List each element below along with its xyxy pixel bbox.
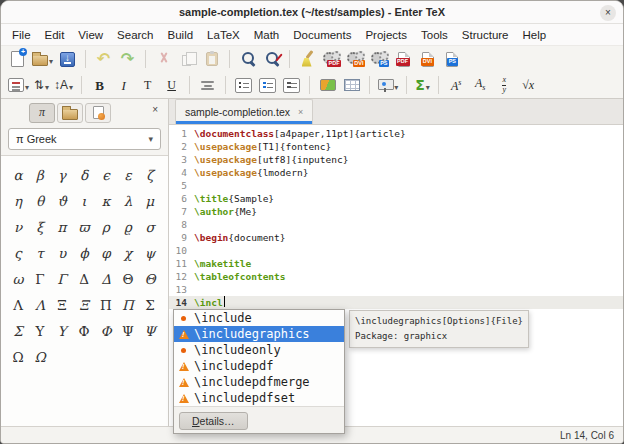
- symbol-cell[interactable]: ρ: [95, 214, 117, 240]
- symbol-cell[interactable]: Δ: [95, 266, 117, 292]
- math-sum-button[interactable]: Σ: [413, 74, 432, 96]
- side-panel-close-button[interactable]: ×: [152, 105, 158, 115]
- insert-image-button[interactable]: [316, 74, 339, 96]
- symbol-cell[interactable]: β: [29, 162, 51, 188]
- compile-dvi-button[interactable]: DVI: [344, 48, 367, 70]
- menu-item-edit[interactable]: Edit: [38, 26, 72, 44]
- symbol-cell[interactable]: γ: [51, 162, 73, 188]
- symbol-cell[interactable]: Υ: [51, 318, 73, 344]
- symbol-cell[interactable]: ν: [7, 214, 29, 240]
- editor-tab-sample-completion[interactable]: sample-completion.tex ×: [175, 99, 313, 124]
- save-button[interactable]: [56, 48, 79, 70]
- redo-button[interactable]: ↷: [116, 48, 139, 70]
- find-button[interactable]: [236, 48, 259, 70]
- superscript-button[interactable]: As: [445, 74, 468, 96]
- italic-button[interactable]: I: [112, 74, 135, 96]
- bold-button[interactable]: B: [88, 74, 111, 96]
- symbol-cell[interactable]: κ: [95, 188, 117, 214]
- symbol-cell[interactable]: ψ: [139, 240, 161, 266]
- enumerate-list-button[interactable]: [256, 74, 279, 96]
- symbol-cell[interactable]: Λ: [29, 292, 51, 318]
- menu-item-view[interactable]: View: [71, 26, 110, 44]
- view-dvi-button[interactable]: DVI: [416, 48, 439, 70]
- symbol-cell[interactable]: χ: [117, 240, 139, 266]
- symbol-cell[interactable]: λ: [117, 188, 139, 214]
- symbol-cell[interactable]: Λ: [7, 292, 29, 318]
- menu-item-search[interactable]: Search: [110, 26, 160, 44]
- symbol-cell[interactable]: Ψ: [139, 318, 161, 344]
- undo-button[interactable]: ↶: [92, 48, 115, 70]
- paragraph-style-button[interactable]: [6, 74, 31, 96]
- favorites-tab[interactable]: [85, 103, 111, 123]
- find-replace-button[interactable]: [260, 48, 283, 70]
- symbol-cell[interactable]: θ: [29, 188, 51, 214]
- completion-item[interactable]: \include: [174, 310, 344, 326]
- subscript-button[interactable]: As: [469, 74, 492, 96]
- window-close-button[interactable]: ×: [600, 5, 616, 21]
- structure-tab[interactable]: [57, 103, 83, 123]
- symbol-cell[interactable]: ϕ: [73, 240, 95, 266]
- symbol-cell[interactable]: μ: [139, 188, 161, 214]
- symbol-cell[interactable]: Π: [95, 292, 117, 318]
- symbol-cell[interactable]: ζ: [139, 162, 161, 188]
- completion-item[interactable]: \includeonly: [174, 342, 344, 358]
- compile-ps-button[interactable]: PS: [368, 48, 391, 70]
- menu-item-help[interactable]: Help: [516, 26, 554, 44]
- font-size-button[interactable]: ↕A: [52, 74, 75, 96]
- symbol-cell[interactable]: Ω: [29, 344, 51, 370]
- symbol-cell[interactable]: Ψ: [117, 318, 139, 344]
- symbol-cell[interactable]: Ω: [7, 344, 29, 370]
- symbol-cell[interactable]: ϵ: [95, 162, 117, 188]
- symbol-cell[interactable]: Ξ: [73, 292, 95, 318]
- symbol-cell[interactable]: η: [7, 188, 29, 214]
- new-file-button[interactable]: [6, 48, 29, 70]
- symbol-cell[interactable]: Θ: [117, 266, 139, 292]
- symbol-cell[interactable]: Υ: [29, 318, 51, 344]
- menu-item-tools[interactable]: Tools: [414, 26, 455, 44]
- underline-button[interactable]: U: [160, 74, 183, 96]
- open-button[interactable]: [30, 48, 55, 70]
- symbol-cell[interactable]: δ: [73, 162, 95, 188]
- center-text-button[interactable]: [196, 74, 219, 96]
- typewriter-button[interactable]: T: [136, 74, 159, 96]
- symbol-cell[interactable]: ϖ: [73, 214, 95, 240]
- symbol-cell[interactable]: Φ: [73, 318, 95, 344]
- view-ps-button[interactable]: PS: [440, 48, 463, 70]
- editor-tab-close-icon[interactable]: ×: [298, 107, 303, 117]
- menu-item-build[interactable]: Build: [161, 26, 201, 44]
- sqrt-button[interactable]: √x: [517, 74, 540, 96]
- paste-button[interactable]: [200, 48, 223, 70]
- symbol-cell[interactable]: Δ: [73, 266, 95, 292]
- symbol-cell[interactable]: ϱ: [117, 214, 139, 240]
- completion-item[interactable]: \includepdfset: [174, 390, 344, 406]
- fraction-button[interactable]: xy: [493, 74, 516, 96]
- symbol-cell[interactable]: Σ: [139, 292, 161, 318]
- view-pdf-button[interactable]: PDF: [392, 48, 415, 70]
- menu-item-file[interactable]: File: [5, 26, 38, 44]
- symbol-cell[interactable]: ι: [73, 188, 95, 214]
- symbol-cell[interactable]: υ: [51, 240, 73, 266]
- symbol-cell[interactable]: ς: [7, 240, 29, 266]
- copy-button[interactable]: [176, 48, 199, 70]
- compile-pdf-button[interactable]: PDF: [320, 48, 343, 70]
- symbol-cell[interactable]: Γ: [51, 266, 73, 292]
- symbol-cell[interactable]: Π: [117, 292, 139, 318]
- symbol-cell[interactable]: ξ: [29, 214, 51, 240]
- cut-button[interactable]: [152, 48, 175, 70]
- symbol-cell[interactable]: Θ: [139, 266, 161, 292]
- symbol-cell[interactable]: π: [51, 214, 73, 240]
- symbol-cell[interactable]: Γ: [29, 266, 51, 292]
- symbol-cell[interactable]: Ξ: [51, 292, 73, 318]
- menu-item-math[interactable]: Math: [247, 26, 287, 44]
- symbol-cell[interactable]: σ: [139, 214, 161, 240]
- completion-item[interactable]: \includepdfmerge: [174, 374, 344, 390]
- line-spacing-button[interactable]: ⇅: [32, 74, 51, 96]
- insert-table-button[interactable]: [340, 74, 363, 96]
- itemize-list-button[interactable]: [232, 74, 255, 96]
- symbol-category-select[interactable]: π Greek: [8, 128, 161, 150]
- menu-item-structure[interactable]: Structure: [455, 26, 516, 44]
- description-list-button[interactable]: [280, 74, 303, 96]
- build-and-view-button[interactable]: [296, 48, 319, 70]
- menu-item-latex[interactable]: LaTeX: [200, 26, 247, 44]
- symbol-cell[interactable]: α: [7, 162, 29, 188]
